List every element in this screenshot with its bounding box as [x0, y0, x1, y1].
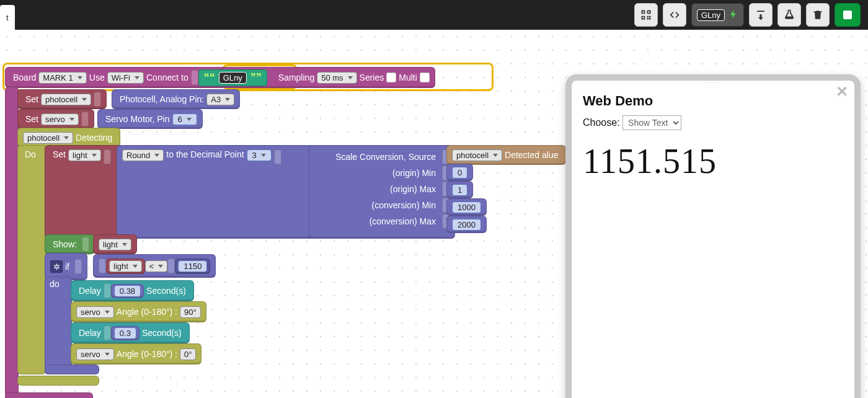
compare-lhs[interactable]: light	[106, 259, 145, 274]
multi-checkbox[interactable]	[420, 73, 430, 82]
socket	[191, 70, 198, 85]
experiment-button[interactable]	[777, 3, 801, 27]
qr-icon	[640, 9, 652, 21]
panel-grip-top[interactable]: ::::::	[694, 79, 732, 82]
project-tab-label: t	[6, 13, 9, 22]
photocell-pin-select[interactable]: A3	[206, 94, 234, 105]
panel-close-button[interactable]: ✕	[836, 83, 848, 100]
sampling-select[interactable]: 50 ms	[317, 72, 356, 84]
var-light[interactable]: light	[68, 149, 101, 161]
label-photocell-pin: Photocell, Analog Pin:	[117, 94, 206, 104]
series-checkbox[interactable]	[386, 73, 396, 82]
socket	[94, 92, 101, 107]
code-icon	[668, 9, 681, 21]
scale-block[interactable]: Scale Conversion, Source (origin) Min (o…	[309, 145, 455, 239]
compare-rhs-wrap[interactable]: 1150	[175, 259, 210, 274]
label-scale: Scale Conversion, Source	[333, 152, 438, 162]
scale-conv-min-value[interactable]: 1000	[446, 198, 487, 216]
servo1-var[interactable]: servo	[76, 306, 114, 318]
round-places[interactable]: 3	[247, 149, 272, 161]
topbar: t GLny	[0, 0, 868, 30]
label-servo-pin: Servo Motor, Pin	[103, 114, 172, 124]
compare-var[interactable]: light	[109, 260, 142, 272]
scale-src-var[interactable]: photocell	[452, 149, 502, 161]
show-var[interactable]: light	[99, 239, 131, 250]
compare-rhs[interactable]: 1150	[178, 260, 207, 272]
stop-icon	[843, 11, 852, 19]
val-origin-min[interactable]: 0	[452, 167, 467, 179]
photocell-pin-block[interactable]: Photocell, Analog Pin: A3	[112, 89, 240, 109]
label-conv-max: (conversion) Max	[367, 216, 438, 226]
val-conv-max[interactable]: 2000	[452, 219, 481, 231]
device-chip[interactable]: GLny	[691, 3, 744, 27]
round-block[interactable]: Round to the Decimal Point 3	[117, 145, 316, 239]
delay2-valwrap[interactable]: 0.3	[111, 326, 140, 340]
trash-icon	[812, 9, 824, 21]
servo2-value[interactable]: 0°	[180, 348, 196, 360]
val-conv-min[interactable]: 1000	[452, 201, 481, 213]
val-origin-max[interactable]: 1	[452, 184, 467, 196]
round-label2: to the Decimal Point	[164, 149, 246, 159]
delay2-value[interactable]: 0.3	[114, 327, 136, 339]
if-body-stub	[45, 276, 72, 374]
socket	[104, 283, 111, 298]
gear-icon[interactable]	[50, 260, 63, 273]
board-config-block[interactable]: Board MARK 1 Use Wi-Fi Connect to ““ GLn…	[5, 67, 435, 88]
do-text: Do	[22, 149, 38, 159]
qr-button[interactable]	[634, 3, 658, 27]
import-button[interactable]	[749, 3, 773, 27]
servo-angle-block-2[interactable]: servo Angle (0-180°) : 0°	[71, 343, 202, 365]
label-set-light: Set	[50, 149, 68, 159]
scale-source-block[interactable]: photocell Detected alue	[446, 145, 566, 165]
label-show: Show:	[50, 239, 79, 249]
delay1-valwrap[interactable]: 0.38	[111, 284, 144, 298]
compare-op[interactable]: <	[145, 260, 168, 272]
compare-block[interactable]: light < 1150	[93, 254, 216, 278]
code-button[interactable]	[663, 3, 686, 27]
round-select[interactable]: Round	[122, 149, 164, 161]
socket	[104, 149, 111, 164]
connect-slot[interactable]: ““ GLny ””	[198, 69, 267, 86]
show-var-block[interactable]: light	[93, 234, 137, 254]
quote-open-icon: ““	[203, 71, 216, 84]
scale-conv-max-value[interactable]: 2000	[446, 216, 487, 233]
delay-block-2[interactable]: Delay 0.3 Second(s)	[71, 322, 190, 343]
set-light-block[interactable]: Set light	[45, 145, 124, 239]
set-servo-block[interactable]: Set servo	[17, 109, 94, 129]
show-block[interactable]: Show:	[45, 234, 95, 254]
label-origin-min: (origin) Min	[390, 168, 438, 178]
servo2-var[interactable]: servo	[76, 348, 114, 360]
label-connectto: Connect to	[144, 73, 191, 82]
web-demo-panel[interactable]: :::::: :::::: ✕ Web Demo Choose: Show Te…	[565, 74, 861, 398]
socket	[74, 259, 82, 274]
socket	[99, 259, 106, 273]
run-button[interactable]	[835, 3, 861, 27]
scale-origin-min-value[interactable]: 0	[446, 164, 473, 181]
output-value: 1151.515	[583, 141, 843, 181]
blockly-workspace[interactable]: Board MARK 1 Use Wi-Fi Connect to ““ GLn…	[0, 30, 868, 398]
delay1-value[interactable]: 0.38	[114, 285, 141, 297]
label-detecting: Detecting	[73, 133, 115, 143]
servo1-value[interactable]: 90°	[180, 306, 201, 318]
choose-select[interactable]: Show Text	[622, 115, 681, 130]
servo-pin-block[interactable]: Servo Motor, Pin 6	[97, 109, 203, 129]
label-origin-max: (origin) Max	[388, 184, 438, 194]
bolt-icon	[728, 9, 738, 21]
var-pc-detecting[interactable]: photocell	[23, 132, 73, 144]
use-select[interactable]: Wi-Fi	[107, 72, 144, 84]
board-body-stub	[5, 87, 19, 397]
var-photocell[interactable]: photocell	[41, 94, 91, 105]
board-select[interactable]: MARK 1	[38, 72, 86, 84]
project-tab[interactable]: t	[0, 5, 15, 30]
trash-button[interactable]	[806, 3, 830, 27]
socket	[274, 149, 281, 164]
board-foot-stub	[5, 392, 93, 398]
servo-pin-select[interactable]: 6	[172, 113, 197, 125]
socket	[104, 325, 111, 340]
set-photocell-block[interactable]: Set photocell	[17, 89, 107, 109]
detecting-foot-stub	[17, 376, 99, 386]
var-servo[interactable]: servo	[41, 113, 79, 125]
delay-block-1[interactable]: Delay 0.38 Second(s)	[71, 280, 194, 301]
servo-angle-block-1[interactable]: servo Angle (0-180°) : 90°	[71, 301, 206, 322]
scale-origin-max-value[interactable]: 1	[446, 181, 473, 198]
